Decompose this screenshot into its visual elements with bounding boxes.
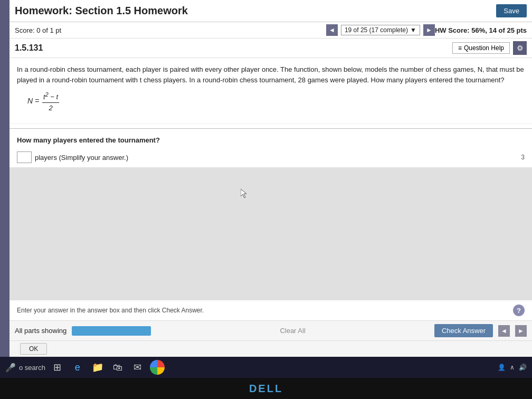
- bottom-toolbar: All parts showing Clear All Check Answer…: [10, 320, 532, 340]
- progress-bar: [72, 326, 151, 336]
- problem-text: In a round-robin chess tournament, each …: [17, 64, 525, 85]
- formula-display: N = t2 − t 2: [27, 90, 525, 113]
- question-number: 1.5.131: [15, 43, 43, 53]
- microphone-icon: 🎤: [5, 363, 16, 373]
- bottom-instruction: Enter your answer in the answer box and …: [10, 300, 532, 320]
- answer-input[interactable]: [17, 151, 32, 163]
- answer-hint: players (Simplify your answer.): [35, 154, 128, 162]
- settings-button[interactable]: ⚙: [513, 41, 527, 55]
- check-answer-button[interactable]: Check Answer: [434, 324, 493, 337]
- taskbar-volume-icon: 🔊: [519, 364, 527, 371]
- taskbar-mail-icon[interactable]: ✉: [130, 359, 146, 375]
- taskbar-right: 👤 ∧ 🔊: [498, 364, 527, 371]
- sub-question: How many players entered the tournament?: [10, 133, 532, 147]
- formula-denominator: 2: [48, 103, 54, 113]
- taskbar-store-icon[interactable]: 🛍: [110, 359, 126, 375]
- search-text[interactable]: o search: [19, 364, 45, 372]
- question-tools: ≡ Question Help ⚙: [452, 41, 527, 55]
- formula-prefix: N =: [27, 97, 41, 105]
- toolbar-next-button[interactable]: ►: [515, 325, 527, 337]
- help-circle-button[interactable]: ?: [513, 305, 525, 316]
- page-title: Homework: Section 1.5 Homework: [15, 5, 496, 17]
- toolbar-prev-button[interactable]: ◄: [498, 325, 510, 337]
- browser-content: Homework: Section 1.5 Homework Save Scor…: [10, 0, 532, 357]
- question-help-label: Question Help: [464, 44, 504, 52]
- left-strip: [0, 0, 10, 357]
- formula-numerator: t2 − t: [42, 90, 59, 103]
- answer-area: players (Simplify your answer.) 3: [10, 147, 532, 167]
- taskbar-file-icon[interactable]: 📁: [90, 359, 106, 375]
- gear-icon: ⚙: [517, 44, 524, 52]
- taskbar: 🎤 o search ⊞ e 📁 🛍 ✉ 👤 ∧ 🔊: [0, 357, 532, 378]
- problem-content: In a round-robin chess tournament, each …: [10, 58, 532, 124]
- progress-dropdown[interactable]: 19 of 25 (17 complete) ▼: [341, 25, 420, 35]
- save-button[interactable]: Save: [496, 4, 527, 17]
- taskbar-arrow-icon: ∧: [510, 364, 515, 371]
- instruction-text: Enter your answer in the answer box and …: [17, 307, 204, 314]
- next-question-button[interactable]: ►: [423, 24, 435, 36]
- dropdown-arrow-icon: ▼: [410, 26, 416, 34]
- score-row: Score: 0 of 1 pt ◄ 19 of 25 (17 complete…: [10, 22, 532, 39]
- question-number-row: 1.5.131 ≡ Question Help ⚙: [10, 39, 532, 58]
- progress-label: 19 of 25 (17 complete): [345, 26, 408, 34]
- all-parts-label: All parts showing: [15, 327, 66, 335]
- taskbar-person-icon: 👤: [498, 364, 506, 371]
- ok-row: OK: [10, 340, 532, 357]
- divider: [10, 128, 532, 129]
- prev-question-button[interactable]: ◄: [326, 24, 338, 36]
- taskbar-edge-icon[interactable]: e: [70, 359, 86, 375]
- nav-controls: ◄ 19 of 25 (17 complete) ▼ ►: [326, 24, 435, 36]
- working-area[interactable]: [10, 167, 532, 300]
- taskbar-start-icon[interactable]: ⊞: [50, 359, 65, 375]
- hw-score-label: HW Score: 56%, 14 of 25 pts: [435, 26, 527, 34]
- ok-button[interactable]: OK: [20, 343, 47, 355]
- score-label: Score: 0 of 1 pt: [15, 26, 326, 34]
- question-help-button[interactable]: ≡ Question Help: [452, 42, 510, 54]
- list-icon: ≡: [458, 44, 462, 52]
- dell-logo: DELL: [249, 383, 283, 395]
- taskbar-search: 🎤 o search: [5, 363, 45, 373]
- dell-branding: DELL: [0, 378, 532, 399]
- clear-all-button[interactable]: Clear All: [156, 327, 429, 335]
- formula-fraction: t2 − t 2: [42, 90, 59, 113]
- taskbar-chrome-icon[interactable]: [150, 360, 165, 375]
- page-indicator: 3: [521, 154, 525, 161]
- hw-header: Homework: Section 1.5 Homework Save: [10, 0, 532, 22]
